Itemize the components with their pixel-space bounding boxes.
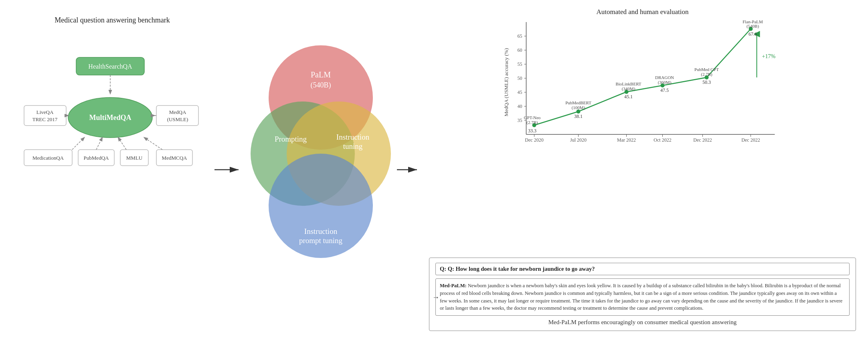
svg-text:Jul 2020: Jul 2020 [570,137,587,143]
medpalm-label: Med-PaLM: [440,283,467,288]
arrow-2 [397,8,421,331]
svg-text:BioLinkBERT: BioLinkBERT [615,81,641,86]
svg-rect-5 [24,106,66,126]
chart-title: Automated and human evaluation [429,8,856,16]
svg-text:(540B): (540B) [747,24,759,29]
svg-text:DRAGON: DRAGON [655,75,674,80]
svg-text:Dec 2022: Dec 2022 [741,137,760,143]
svg-line-22 [72,138,84,150]
svg-text:TREC 2017: TREC 2017 [32,116,58,122]
svg-text:35: 35 [518,118,522,123]
qa-question-text: Q: How long does it take for newborn jau… [448,266,595,272]
svg-text:MedQA: MedQA [169,109,186,115]
svg-text:prompt tuning: prompt tuning [299,236,343,245]
svg-text:(100M): (100M) [572,105,585,110]
svg-text:(USMLE): (USMLE) [167,116,188,122]
svg-text:(340M): (340M) [622,86,635,91]
svg-text:Instruction: Instruction [304,227,338,235]
svg-text:38.1: 38.1 [574,114,583,119]
chart-area: Automated and human evaluation MedQA (US… [429,8,856,254]
svg-line-23 [96,138,102,150]
svg-text:PubMedQA: PubMedQA [84,155,109,161]
svg-text:HealthSearchQA: HealthSearchQA [88,63,132,70]
svg-text:MedQA (USMLE) accuracy (%): MedQA (USMLE) accuracy (%) [503,48,509,116]
qa-box: Q: Q: How long does it take for newborn … [429,258,856,331]
qa-question: Q: Q: How long does it take for newborn … [435,263,850,275]
svg-point-57 [577,110,581,114]
svg-text:GPT-Neo: GPT-Neo [524,115,541,120]
benchmark-diagram: HealthSearchQA MultiMedQA LiveQA TREC 20… [20,41,204,314]
qa-answer: Med-PaLM: Newborn jaundice is when a new… [435,278,850,316]
svg-text:MultiMedQA: MultiMedQA [89,114,132,122]
svg-rect-8 [156,106,198,126]
svg-text:45: 45 [518,89,522,95]
svg-text:MedMCQA: MedMCQA [162,155,187,161]
svg-text:33.3: 33.3 [528,128,536,134]
svg-text:67.6: 67.6 [749,31,757,37]
svg-text:(2.7B): (2.7B) [701,72,712,77]
svg-text:Prompting: Prompting [275,135,307,143]
svg-text:50: 50 [518,75,522,81]
venn-diagram: PaLM (540B) Prompting Instruction tuning… [245,8,397,331]
svg-text:Dec 2020: Dec 2020 [525,137,543,143]
svg-text:(540B): (540B) [311,81,331,89]
left-panel: Medical question answering benchmark Hea… [12,8,212,331]
svg-text:47.5: 47.5 [660,87,669,93]
svg-text:MMLU: MMLU [126,155,143,161]
right-panel: Automated and human evaluation MedQA (US… [421,8,856,331]
arrow-1 [212,8,245,331]
svg-line-25 [144,138,162,150]
svg-text:50.3: 50.3 [702,79,711,85]
benchmark-title: Medical question answering benchmark [55,16,170,24]
svg-text:(2.7B): (2.7B) [526,120,538,125]
qa-caption: Med-PaLM performs encouragingly on consu… [435,319,850,326]
svg-text:55: 55 [518,61,522,67]
svg-text:60: 60 [518,47,522,53]
svg-text:Mar 2022: Mar 2022 [617,137,636,143]
qa-answer-text: Newborn jaundice is when a newborn baby'… [440,283,842,311]
svg-text:+17%: +17% [762,53,776,59]
svg-text:Instruction: Instruction [336,133,370,141]
svg-text:MedicationQA: MedicationQA [32,155,64,161]
svg-text:65: 65 [518,33,522,39]
svg-text:Dec 2022: Dec 2022 [693,137,712,143]
svg-text:LiveQA: LiveQA [36,109,54,115]
svg-text:(360M): (360M) [658,80,672,85]
svg-text:40: 40 [518,104,522,109]
svg-text:PubMed GPT: PubMed GPT [694,67,719,72]
svg-text:PaLM: PaLM [311,70,331,79]
svg-line-24 [118,138,126,150]
svg-text:PubMedBERT: PubMedBERT [565,100,591,105]
svg-text:Oct 2022: Oct 2022 [654,137,671,143]
line-chart: MedQA (USMLE) accuracy (%) 35 40 45 50 [429,18,856,162]
svg-text:tuning: tuning [343,142,363,150]
svg-text:45.1: 45.1 [624,94,633,99]
